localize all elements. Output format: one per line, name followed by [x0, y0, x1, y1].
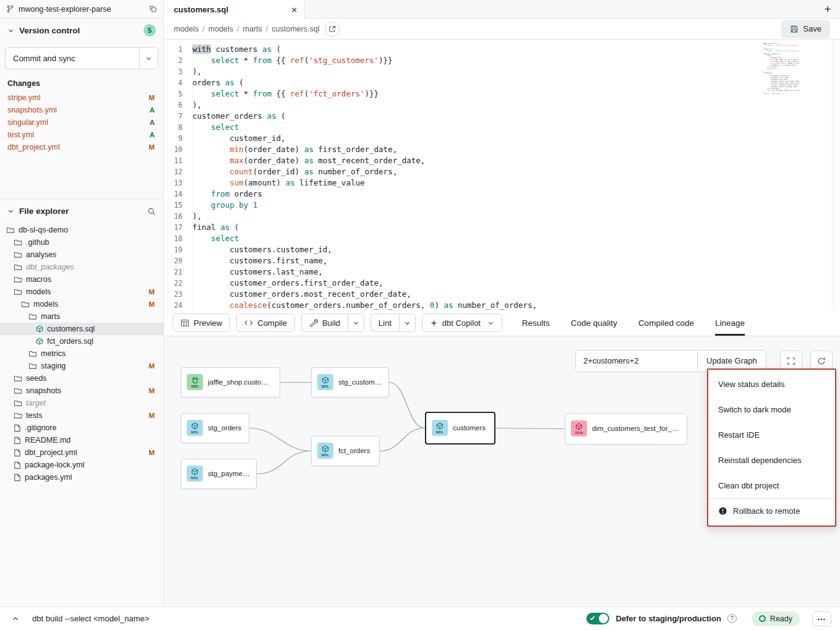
file-tree-item-macros[interactable]: macros: [0, 273, 163, 286]
defer-toggle[interactable]: [586, 613, 609, 624]
breadcrumb-part[interactable]: models: [174, 25, 199, 33]
code-line[interactable]: 13 sum(amount) as lifetime_value: [164, 177, 840, 189]
file-tree-item-models[interactable]: modelsM: [0, 298, 163, 310]
tab-code-quality[interactable]: Code quality: [571, 310, 617, 336]
lineage-edge: [495, 428, 565, 428]
code-line[interactable]: 3),: [164, 66, 840, 77]
file-tree-item-db-sl-qs-demo[interactable]: db-sl-qs-demo: [0, 224, 163, 236]
version-control-header[interactable]: Version control 5: [0, 19, 163, 42]
code-line[interactable]: 16),: [164, 211, 840, 222]
code-line[interactable]: 7customer_orders as (: [164, 111, 840, 122]
changed-file-dbt-project-yml[interactable]: dbt_project.ymlM: [0, 141, 163, 153]
help-icon[interactable]: ?: [727, 614, 737, 623]
expand-command-bar-button[interactable]: [9, 612, 22, 626]
breadcrumb-part[interactable]: marts: [243, 25, 262, 33]
open-in-explorer-button[interactable]: [325, 22, 340, 36]
file-tree-item-gitignore[interactable]: .gitignore: [0, 422, 163, 434]
code-line[interactable]: 8 select: [164, 122, 840, 133]
compile-button[interactable]: Compile: [236, 313, 295, 332]
file-tree-item-seeds[interactable]: seeds: [0, 372, 163, 385]
lineage-node-dim-customers-test-for-parse[interactable]: SEMdim_customers_test_for_parse: [565, 413, 687, 445]
code-line[interactable]: 22 customer_orders.first_order_date,: [164, 278, 840, 289]
code-line[interactable]: 6),: [164, 100, 840, 111]
lineage-node-stg-customers[interactable]: MDLstg_customers: [311, 367, 389, 398]
lineage-node-stg-orders[interactable]: MDLstg_orders: [181, 413, 249, 443]
command-input[interactable]: dbt build --select <model_name>: [32, 614, 149, 623]
file-tree-item-target[interactable]: target: [0, 397, 163, 409]
code-line[interactable]: 4orders as (: [164, 77, 840, 88]
code-line[interactable]: 5 select * from {{ ref('fct_orders')}}: [164, 88, 840, 100]
lint-dropdown-button[interactable]: [399, 313, 416, 332]
save-button[interactable]: Save: [781, 20, 830, 38]
new-tab-button[interactable]: +: [815, 0, 840, 18]
code-line[interactable]: 14 from orders: [164, 189, 840, 200]
code-line[interactable]: 15 group by 1: [164, 200, 840, 211]
tab-results[interactable]: Results: [522, 310, 550, 336]
menu-item-clean-dbt-project[interactable]: Clean dbt project: [708, 473, 835, 498]
copy-branch-icon[interactable]: [149, 5, 157, 13]
code-line[interactable]: 2 select * from {{ ref('stg_customers')}…: [164, 55, 840, 66]
code-line[interactable]: 17final as (: [164, 222, 840, 233]
tab-compiled-code[interactable]: Compiled code: [638, 310, 694, 336]
lineage-node-stg-payments[interactable]: MDLstg_payments: [181, 459, 257, 489]
lint-button[interactable]: Lint: [371, 313, 399, 332]
file-tree-item-dbt-packages[interactable]: dbt_packages: [0, 261, 163, 273]
changed-file-stripe-yml[interactable]: stripe.ymlM: [0, 92, 163, 104]
code-line[interactable]: 9 customer_id,: [164, 133, 840, 144]
lineage-selector-input[interactable]: [575, 350, 698, 372]
file-tree-item-fct-orders-sql[interactable]: fct_orders.sql: [0, 335, 163, 347]
code-line[interactable]: 24 coalesce(customer_orders.number_of_or…: [164, 300, 840, 310]
code-line[interactable]: 23 customer_orders.most_recent_order_dat…: [164, 289, 840, 300]
menu-item-restart-ide[interactable]: Restart IDE: [708, 422, 835, 448]
file-tree-item-packages-yml[interactable]: packages.yml: [0, 471, 163, 483]
code-line[interactable]: 11 max(order_date) as most_recent_order_…: [164, 155, 840, 166]
code-line[interactable]: 21 customers.last_name,: [164, 266, 840, 278]
code-line[interactable]: 18 select: [164, 233, 840, 244]
toolbar-buttons: Preview Compile Build: [173, 310, 502, 336]
close-tab-icon[interactable]: ×: [291, 5, 297, 14]
code-lines[interactable]: 1with customers as (2 select * from {{ r…: [164, 40, 840, 310]
code-line[interactable]: 19 customers.customer_id,: [164, 244, 840, 255]
file-tree-item-tests[interactable]: testsM: [0, 409, 163, 422]
file-tree-item-dbt-project-yml[interactable]: dbt_project.ymlM: [0, 446, 163, 459]
file-tree-item-customers-sql[interactable]: customers.sql: [0, 323, 163, 335]
lineage-node-customers[interactable]: MDLcustomers: [425, 412, 495, 445]
file-tree-item-analyses[interactable]: analyses: [0, 249, 163, 261]
file-tree-item-github[interactable]: .github: [0, 236, 163, 249]
tab-lineage[interactable]: Lineage: [715, 310, 745, 336]
breadcrumb-part[interactable]: customers.sql: [272, 25, 319, 33]
file-tree-item-models[interactable]: modelsM: [0, 286, 163, 298]
code-line[interactable]: 10 min(order_date) as first_order_date,: [164, 144, 840, 155]
breadcrumb-part[interactable]: models: [208, 25, 233, 33]
file-tree-item-snapshots[interactable]: snapshotsM: [0, 385, 163, 397]
more-options-button[interactable]: ⋯: [812, 611, 831, 626]
search-icon[interactable]: [147, 207, 156, 216]
tab-customers-sql[interactable]: customers.sql ×: [164, 0, 305, 19]
file-explorer-header[interactable]: File explorer: [0, 199, 163, 221]
build-button[interactable]: Build: [301, 313, 348, 332]
file-tree-item-metrics[interactable]: metrics: [0, 347, 163, 360]
commit-dropdown-button[interactable]: [139, 47, 158, 69]
menu-item-rollback-to-remote[interactable]: Rollback to remote: [708, 498, 835, 524]
commit-and-sync-button[interactable]: Commit and sync: [5, 47, 139, 69]
lineage-node-fct-orders[interactable]: MDLfct_orders: [311, 436, 380, 466]
code-line[interactable]: 1with customers as (: [164, 44, 840, 55]
file-tree-item-marts[interactable]: marts: [0, 310, 163, 323]
menu-item-view-status-details[interactable]: View status details: [708, 372, 835, 397]
file-tree-item-package-lock-yml[interactable]: package-lock.yml: [0, 459, 163, 471]
changed-file-test-yml[interactable]: test.ymlA: [0, 129, 163, 141]
changed-file-snapshots-yml[interactable]: snapshots.ymlA: [0, 104, 163, 116]
menu-item-reinstall-dependencies[interactable]: Reinstall dependencies: [708, 448, 835, 473]
file-tree-item-readme-md[interactable]: README.md: [0, 434, 163, 446]
dbt-copilot-button[interactable]: dbt Copilot: [422, 313, 502, 332]
code-editor[interactable]: 1with customers as (2 select * from {{ r…: [164, 40, 840, 310]
menu-item-switch-to-dark-mode[interactable]: Switch to dark mode: [708, 397, 835, 422]
changed-file-singular-yml[interactable]: singular.ymlA: [0, 116, 163, 129]
code-line[interactable]: 12 count(order_id) as number_of_orders,: [164, 166, 840, 177]
build-dropdown-button[interactable]: [348, 313, 364, 332]
file-tree-item-staging[interactable]: stagingM: [0, 360, 163, 372]
code-line[interactable]: 20 customers.first_name,: [164, 255, 840, 266]
lineage-node-jaffle-shop-customers[interactable]: SRCjaffle_shop.customers: [181, 367, 280, 398]
editor-scrollbar[interactable]: [832, 40, 840, 310]
preview-button[interactable]: Preview: [173, 313, 230, 332]
